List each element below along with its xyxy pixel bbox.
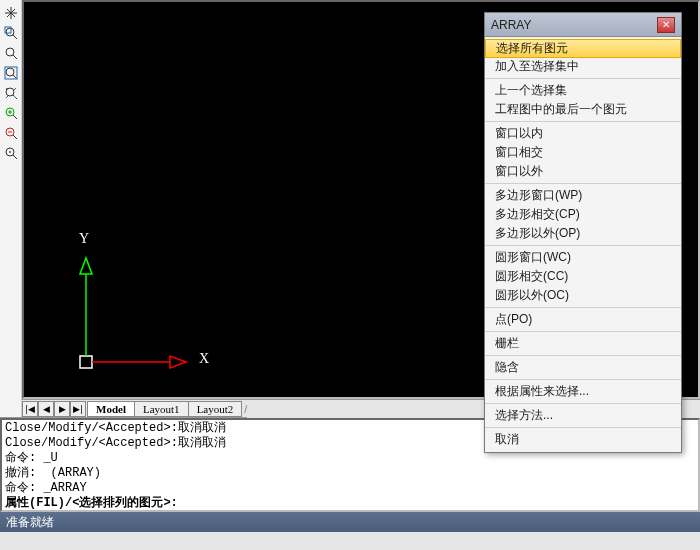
zoom-window-icon[interactable] [2,24,20,42]
layout-tabs: Model Layout1 Layout2 [88,401,242,417]
cmd-line: Close/Modify/<Accepted>:取消取消 [5,436,226,450]
tab-model[interactable]: Model [87,401,135,417]
svg-line-1 [13,35,17,39]
popup-body: 选择所有图元 加入至选择集中 上一个选择集 工程图中的最后一个图元 窗口以内 窗… [485,37,681,452]
popup-titlebar[interactable]: ARRAY ✕ [485,13,681,37]
menu-cpolygon[interactable]: 多边形相交(CP) [485,205,681,224]
separator-icon [485,245,681,246]
menu-cancel[interactable]: 取消 [485,430,681,449]
zoom-extents-icon[interactable] [2,84,20,102]
svg-line-15 [13,135,17,139]
tab-prev-button[interactable]: ◀ [38,401,54,417]
svg-point-0 [6,28,14,36]
menu-select-all[interactable]: 选择所有图元 [485,39,681,58]
cmd-line: 撤消: (ARRAY) [5,466,101,480]
tab-first-button[interactable]: |◀ [22,401,38,417]
svg-point-18 [9,151,11,153]
menu-point[interactable]: 点(PO) [485,310,681,329]
svg-marker-24 [170,356,186,368]
cmd-line: Close/Modify/<Accepted>:取消取消 [5,421,226,435]
menu-window-outside[interactable]: 窗口以外 [485,162,681,181]
menu-implied[interactable]: 隐含 [485,358,681,377]
separator-icon [485,331,681,332]
separator-icon [485,355,681,356]
svg-line-6 [13,75,17,79]
menu-fence[interactable]: 栅栏 [485,334,681,353]
tab-last-button[interactable]: ▶| [70,401,86,417]
menu-wpolygon[interactable]: 多边形窗口(WP) [485,186,681,205]
separator-icon [485,183,681,184]
status-bar: 准备就绪 [0,512,700,532]
menu-prev-set[interactable]: 上一个选择集 [485,81,681,100]
tab-nav: |◀ ◀ ▶ ▶| [22,401,86,417]
zoom-realtime-icon[interactable] [2,44,20,62]
zoom-all-icon[interactable] [2,64,20,82]
menu-ocircle[interactable]: 圆形以外(OC) [485,286,681,305]
app-root: Y X |◀ [0,0,700,550]
menu-window-inside[interactable]: 窗口以内 [485,124,681,143]
pan-icon[interactable] [2,4,20,22]
svg-line-19 [13,155,17,159]
zoom-out-icon[interactable] [2,124,20,142]
menu-add-to-set[interactable]: 加入至选择集中 [485,57,681,76]
menu-last-entity[interactable]: 工程图中的最后一个图元 [485,100,681,119]
separator-icon [485,379,681,380]
svg-point-3 [6,48,14,56]
menu-opolygon[interactable]: 多边形以外(OP) [485,224,681,243]
separator-icon [485,307,681,308]
ucs-icon [74,244,204,377]
separator-icon [485,403,681,404]
menu-ccircle[interactable]: 圆形相交(CC) [485,267,681,286]
svg-line-11 [13,115,17,119]
separator-icon [485,427,681,428]
popup-close-button[interactable]: ✕ [657,17,675,33]
tab-next-button[interactable]: ▶ [54,401,70,417]
tab-layout1[interactable]: Layout1 [134,401,189,417]
tab-layout2[interactable]: Layout2 [188,401,243,417]
array-popup: ARRAY ✕ 选择所有图元 加入至选择集中 上一个选择集 工程图中的最后一个图… [484,12,682,453]
separator-icon [485,78,681,79]
separator-icon [485,121,681,122]
cmd-prompt: 属性(FIL)/<选择排列的图元>: [5,496,178,510]
svg-rect-20 [80,356,92,368]
status-text: 准备就绪 [6,514,54,531]
popup-title: ARRAY [491,18,531,32]
cmd-line: 命令: _U [5,451,58,465]
view-toolbar [0,0,22,417]
cmd-line: 命令: _ARRAY [5,481,87,495]
close-icon: ✕ [662,19,670,30]
zoom-center-icon[interactable] [2,144,20,162]
svg-point-5 [6,68,14,76]
svg-marker-22 [80,258,92,274]
svg-line-4 [13,55,17,59]
menu-window-cross[interactable]: 窗口相交 [485,143,681,162]
zoom-in-icon[interactable] [2,104,20,122]
menu-by-property[interactable]: 根据属性来选择... [485,382,681,401]
menu-select-method[interactable]: 选择方法... [485,406,681,425]
menu-wcircle[interactable]: 圆形窗口(WC) [485,248,681,267]
